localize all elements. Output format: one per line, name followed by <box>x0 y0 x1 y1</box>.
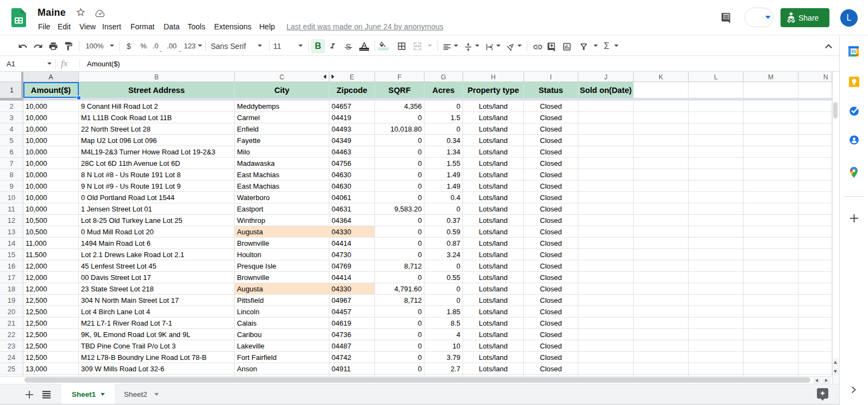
svg-text:31: 31 <box>851 49 856 54</box>
